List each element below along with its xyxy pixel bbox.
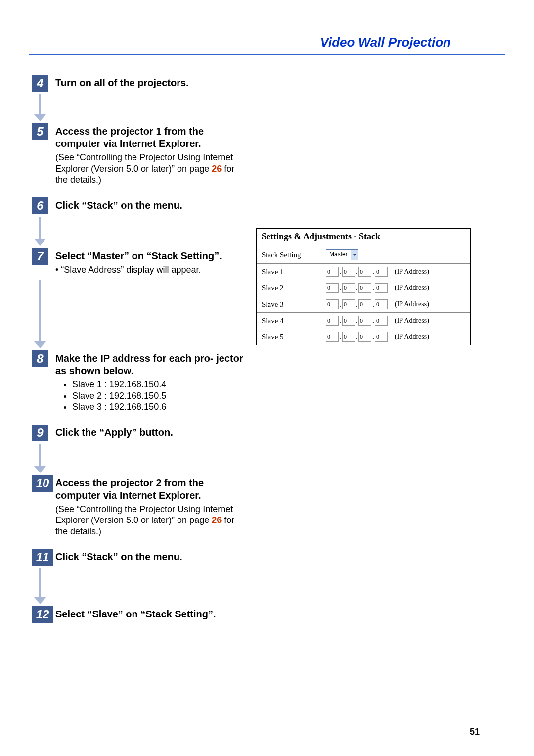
select-value: Master <box>326 250 351 260</box>
ip-octet-input[interactable]: 0 <box>342 267 355 277</box>
body-text: • “Slave Address” display will appear. <box>55 265 201 275</box>
bullet-list: Slave 1 : 192.168.150.4Slave 2 : 192.168… <box>64 379 246 413</box>
ip-octet-input[interactable]: 0 <box>342 316 355 326</box>
page-number: 51 <box>470 727 480 737</box>
ip-octet-input[interactable]: 0 <box>326 267 339 277</box>
step-title: Access the projector 2 from the computer… <box>55 475 246 502</box>
step-8: 8Make the IP address for each pro- jecto… <box>29 350 246 413</box>
step-number-badge: 4 <box>32 75 48 92</box>
step-title: Click “Stack” on the menu. <box>55 197 246 212</box>
ip-octet-input[interactable]: 0 <box>326 332 339 342</box>
ip-suffix-label: (IP Address) <box>395 284 429 292</box>
slave-row: Slave 40.0.0.0(IP Address) <box>257 312 470 329</box>
step-6: 6Click “Stack” on the menu. <box>29 197 246 212</box>
ip-octet-input[interactable]: 0 <box>358 267 371 277</box>
step-body: • “Slave Address” display will appear. <box>55 264 246 276</box>
step-title: Click “Stack” on the menu. <box>55 549 246 563</box>
step-number-badge: 5 <box>32 123 48 140</box>
content-area: 4Turn on all of the projectors.5Access t… <box>29 75 505 632</box>
chevron-down-icon <box>351 250 358 260</box>
body-text: (See “Controlling the Projector Using In… <box>55 152 233 174</box>
step-body: (See “Controlling the Projector Using In… <box>55 504 246 537</box>
step-title: Turn on all of the projectors. <box>55 75 246 89</box>
ip-octet-input[interactable]: 0 <box>375 299 388 309</box>
connector-arrow-icon <box>34 217 46 248</box>
step-11: 11Click “Stack” on the menu. <box>29 549 246 563</box>
slave-label: Slave 3 <box>262 300 326 309</box>
bullet-item: Slave 2 : 192.168.150.5 <box>72 390 246 402</box>
slave-row: Slave 50.0.0.0(IP Address) <box>257 329 470 345</box>
step-number-badge: 9 <box>32 425 48 441</box>
step-title: Click the “Apply” button. <box>55 425 246 439</box>
step-title: Select “Slave” on “Stack Setting”. <box>55 606 246 620</box>
stack-setting-select[interactable]: Master <box>326 249 358 260</box>
slave-row: Slave 10.0.0.0(IP Address) <box>257 263 470 280</box>
stack-setting-label: Stack Setting <box>262 251 326 259</box>
connector-arrow-icon <box>34 280 46 350</box>
step-12: 12Select “Slave” on “Stack Setting”. <box>29 606 246 620</box>
step-title: Select “Master” on “Stack Setting”. <box>55 248 246 262</box>
connector-arrow-icon <box>34 568 46 606</box>
ip-octet-input[interactable]: 0 <box>326 283 339 293</box>
ip-octet-input[interactable]: 0 <box>375 283 388 293</box>
ip-octet-input[interactable]: 0 <box>358 332 371 342</box>
step-number-badge: 6 <box>32 197 48 214</box>
step-number-badge: 8 <box>32 350 48 367</box>
step-number-badge: 10 <box>32 475 53 492</box>
settings-panel: Settings & Adjustments - StackStack Sett… <box>256 228 471 345</box>
ip-octet-input[interactable]: 0 <box>358 299 371 309</box>
page-ref-link[interactable]: 26 <box>212 515 222 525</box>
stack-setting-row: Stack SettingMaster <box>257 246 470 263</box>
ip-suffix-label: (IP Address) <box>395 300 429 308</box>
step-title: Access the projector 1 from the computer… <box>55 123 246 150</box>
step-number-badge: 11 <box>32 549 53 566</box>
ip-octet-input[interactable]: 0 <box>342 299 355 309</box>
ip-octet-input[interactable]: 0 <box>375 316 388 326</box>
connector-arrow-icon <box>34 444 46 475</box>
ip-octet-input[interactable]: 0 <box>326 299 339 309</box>
bullet-item: Slave 1 : 192.168.150.4 <box>72 379 246 390</box>
step-10: 10Access the projector 2 from the comput… <box>29 475 246 537</box>
step-7: 7Select “Master” on “Stack Setting”.• “S… <box>29 248 246 276</box>
step-9: 9Click the “Apply” button. <box>29 425 246 439</box>
page-ref-link[interactable]: 26 <box>212 164 222 174</box>
bullet-item: Slave 3 : 192.168.150.6 <box>72 401 246 413</box>
ip-suffix-label: (IP Address) <box>395 333 429 341</box>
step-5: 5Access the projector 1 from the compute… <box>29 123 246 186</box>
step-number-badge: 12 <box>32 606 53 623</box>
step-title: Make the IP address for each pro- jector… <box>55 350 246 377</box>
left-column: 4Turn on all of the projectors.5Access t… <box>29 75 246 632</box>
ip-suffix-label: (IP Address) <box>395 268 429 276</box>
ip-octet-input[interactable]: 0 <box>358 316 371 326</box>
slave-label: Slave 1 <box>262 268 326 276</box>
ip-suffix-label: (IP Address) <box>395 317 429 325</box>
ip-octet-input[interactable]: 0 <box>342 332 355 342</box>
ip-octet-input[interactable]: 0 <box>326 316 339 326</box>
section-title: Video Wall Projection <box>29 35 505 55</box>
panel-title: Settings & Adjustments - Stack <box>257 229 470 246</box>
ip-octet-input[interactable]: 0 <box>375 267 388 277</box>
body-text: (See “Controlling the Projector Using In… <box>55 504 233 525</box>
connector-arrow-icon <box>34 94 46 123</box>
ip-octet-input[interactable]: 0 <box>358 283 371 293</box>
right-column: Settings & Adjustments - StackStack Sett… <box>256 75 505 632</box>
slave-label: Slave 2 <box>262 284 326 292</box>
step-body: (See “Controlling the Projector Using In… <box>55 152 246 186</box>
ip-octet-input[interactable]: 0 <box>342 283 355 293</box>
step-4: 4Turn on all of the projectors. <box>29 75 246 89</box>
slave-row: Slave 30.0.0.0(IP Address) <box>257 296 470 312</box>
step-number-badge: 7 <box>32 248 48 265</box>
slave-row: Slave 20.0.0.0(IP Address) <box>257 280 470 296</box>
ip-octet-input[interactable]: 0 <box>375 332 388 342</box>
page: Video Wall Projection 4Turn on all of th… <box>0 0 534 756</box>
slave-label: Slave 4 <box>262 317 326 325</box>
slave-label: Slave 5 <box>262 333 326 341</box>
